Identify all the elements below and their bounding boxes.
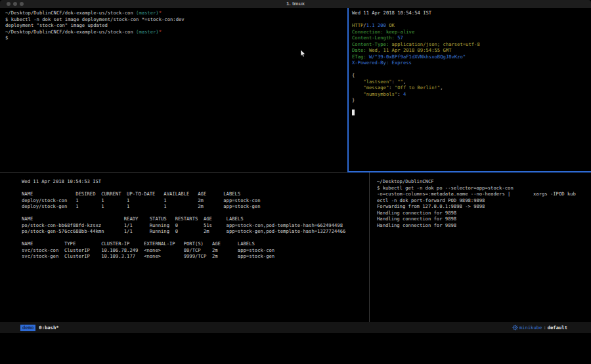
- deployments-table: NAME DESIRED CURRENT UP-TO-DATE AVAILABL…: [22, 191, 368, 210]
- terminal-line: "lastseen": "",: [352, 79, 591, 85]
- terminal-line: Date: Wed, 11 Apr 2018 09:54:55 GMT: [352, 47, 591, 54]
- terminal-line: $ kubectl get -n dok po --selector=app=s…: [377, 185, 591, 192]
- terminal-line: Content-Type: application/json; charset=…: [352, 41, 591, 48]
- terminal-line: NAME TYPE CLUSTER-IP EXTERNAL-IP PORT(S)…: [22, 241, 368, 247]
- terminal-line: Content-Length: 57: [352, 35, 591, 41]
- terminal-line: po/stock-con-bb68f88fd-kzsxz 1/1 Running…: [22, 222, 368, 229]
- terminal-line: {: [352, 72, 591, 79]
- kube-namespace: default: [548, 325, 567, 331]
- status-left: demo 0:bash*: [20, 322, 59, 333]
- terminal-line: "numsymbols": 4: [352, 91, 591, 98]
- tmux-status-bar: demo 0:bash* minikube : default: [0, 322, 591, 333]
- terminal-line: NAME READY STATUS RESTARTS AGE LABELS: [22, 216, 368, 222]
- terminal-line: Wed 11 Apr 2018 10:54:54 IST: [352, 10, 591, 16]
- services-table: NAME TYPE CLUSTER-IP EXTERNAL-IP PORT(S)…: [22, 241, 368, 260]
- terminal-line: svc/stock-con ClusterIP 10.106.78.249 <n…: [22, 247, 368, 254]
- terminal-line: Handling connection for 9898: [377, 216, 591, 222]
- pane-divider-horizontal-right[interactable]: [347, 171, 591, 172]
- terminal-line: Forwarding from 127.0.0.1:9898 -> 9898: [377, 203, 591, 210]
- pane-divider-horizontal-left[interactable]: [0, 172, 347, 172]
- terminal-line: Handling connection for 9898: [377, 210, 591, 216]
- terminal-line: ~/Desktop/DublinCNCF/dok-example-us/stoc…: [5, 10, 347, 16]
- terminal-line: deploy/stock-gen 1 1 1 1 2m app=stock-ge…: [22, 203, 368, 210]
- terminal-window: 1. tmux ~/Desktop/DublinCNCF/dok-example…: [0, 0, 591, 364]
- terminal-line: po/stock-gen-576cc688bb-44kmn 1/1 Runnin…: [22, 228, 368, 235]
- terminal-line: Connection: keep-alive: [352, 29, 591, 35]
- terminal-line: ~/Desktop/DublinCNCF: [377, 178, 591, 185]
- terminal-line: $ kubectl -n dok set image deployment/st…: [5, 16, 347, 23]
- kube-context-name: minikube: [519, 325, 542, 331]
- terminal-line: ETag: W/"39-0xBPf9aF1dXVNkhsxoBQgJ8vKzo": [352, 54, 591, 60]
- kubernetes-icon: [512, 325, 518, 331]
- terminal-line: [352, 16, 591, 23]
- terminal-line: "message": "Off to Berlin!",: [352, 85, 591, 91]
- watch-timestamp: Wed 11 Apr 2018 10:54:53 IST: [22, 178, 368, 185]
- terminal-line: svc/stock-gen ClusterIP 10.109.3.177 <no…: [22, 253, 368, 260]
- pane-divider-vertical-top[interactable]: [347, 8, 349, 172]
- terminal-line: X-Powered-By: Express: [352, 60, 591, 66]
- http-response-output: Wed 11 Apr 2018 10:54:54 ISTHTTP/1.1 200…: [352, 10, 591, 116]
- shell-output: ~/Desktop/DublinCNCF/dok-example-us/stoc…: [5, 10, 347, 41]
- pane-divider-vertical-bottom[interactable]: [369, 172, 370, 322]
- terminal-line: }: [352, 97, 591, 104]
- terminal-line: [352, 104, 591, 110]
- terminal-line: NAME DESIRED CURRENT UP-TO-DATE AVAILABL…: [22, 191, 368, 197]
- port-forward-output: ~/Desktop/DublinCNCF$ kubectl get -n dok…: [377, 178, 591, 228]
- kube-context-status: minikube : default: [512, 322, 567, 333]
- window-titlebar: 1. tmux: [0, 0, 591, 8]
- kube-separator: :: [543, 325, 546, 331]
- pane-shell[interactable]: ~/Desktop/DublinCNCF/dok-example-us/stoc…: [0, 8, 347, 172]
- terminal-line: deployment "stock-con" image updated: [5, 22, 347, 29]
- pane-http-response[interactable]: Wed 11 Apr 2018 10:54:54 ISTHTTP/1.1 200…: [349, 8, 591, 172]
- mouse-cursor-icon: [300, 50, 306, 58]
- blank-line: [22, 185, 368, 192]
- session-name-badge: demo: [20, 325, 35, 331]
- pane-port-forward[interactable]: ~/Desktop/DublinCNCF$ kubectl get -n dok…: [370, 173, 591, 322]
- terminal-line: deploy/stock-con 1 1 1 1 2m app=stock-co…: [22, 197, 368, 204]
- terminal-line: HTTP/1.1 200 OK: [352, 22, 591, 29]
- terminal-line: Handling connection for 9898: [377, 222, 591, 229]
- pods-table: NAME READY STATUS RESTARTS AGE LABELSpo/…: [22, 216, 368, 235]
- window-title: 1. tmux: [0, 1, 591, 7]
- terminal-line: $: [5, 35, 347, 41]
- pane-kubectl-watch[interactable]: Wed 11 Apr 2018 10:54:53 IST NAME DESIRE…: [0, 173, 368, 322]
- terminal-line: [352, 66, 591, 73]
- terminal-line: [352, 110, 591, 116]
- blank-line: [22, 210, 368, 216]
- blank-line: [22, 235, 368, 241]
- terminal-line: -o=custom-columns=:metadata.name --no-he…: [377, 191, 591, 197]
- terminal-line: ectl -n dok port-forward POD 9898:9898: [377, 197, 591, 204]
- terminal-line: ~/Desktop/DublinCNCF/dok-example-us/stoc…: [5, 29, 347, 35]
- active-window-tab[interactable]: 0:bash*: [39, 325, 58, 331]
